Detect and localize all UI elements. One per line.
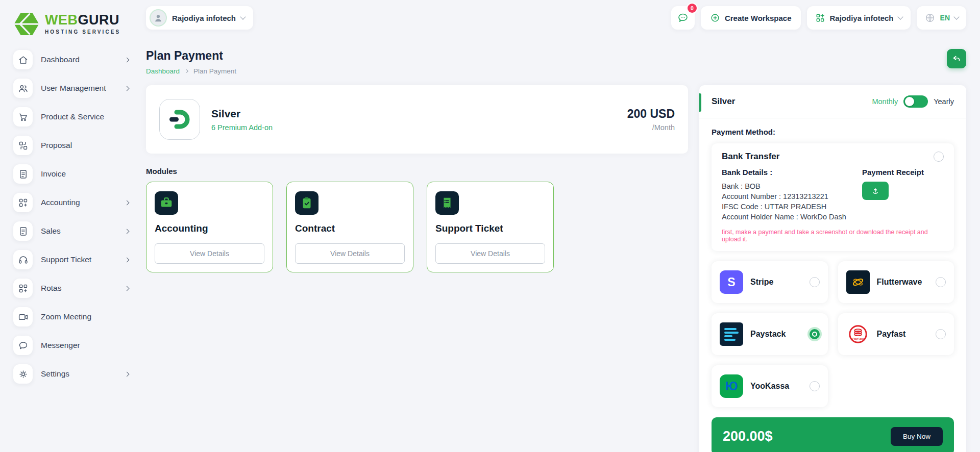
sidebar-item-rotas[interactable]: Rotas (13, 277, 132, 300)
workspace-selector[interactable]: Rajodiya infotech (146, 6, 253, 30)
sidebar-item-sales[interactable]: Sales (13, 219, 132, 243)
brand-name-guru: GURU (78, 12, 120, 28)
provider-tile-stripe[interactable]: S Stripe (712, 261, 828, 303)
sidebar-item-settings[interactable]: Settings (13, 362, 132, 386)
create-workspace-button[interactable]: Create Workspace (701, 6, 801, 30)
topbar: Rajodiya infotech 0 Create Workspace Raj… (146, 6, 966, 30)
view-details-button[interactable]: View Details (295, 243, 405, 264)
chevron-down-icon (897, 14, 903, 19)
sidebar-item-label: Rotas (41, 284, 125, 293)
sidebar-item-label: Invoice (41, 169, 132, 179)
billing-toggle-group: Monthly Yearly (872, 95, 954, 108)
headset-icon (13, 250, 33, 269)
workspace-grid-icon (815, 13, 825, 23)
sidebar-item-label: User Management (41, 84, 125, 93)
sidebar-item-label: Sales (41, 227, 125, 236)
sidebar-item-accounting[interactable]: Accounting (13, 191, 132, 214)
brand-name-web: WEB (45, 12, 78, 28)
bank-name-line: Bank : BOB (722, 181, 862, 191)
chevron-right-icon (125, 229, 130, 234)
paystack-radio[interactable] (810, 329, 820, 339)
upload-icon (871, 186, 880, 195)
sidebar-item-label: Dashboard (41, 55, 125, 64)
total-price: 200.00$ (723, 429, 773, 444)
payment-method-heading: Payment Method: (712, 128, 954, 136)
yearly-label: Yearly (934, 97, 954, 106)
chat-bubble-icon (677, 12, 689, 24)
stripe-radio[interactable] (810, 277, 820, 287)
chevron-right-icon (125, 57, 130, 62)
sidebar-item-label: Messenger (41, 341, 132, 350)
bank-transfer-note: first, make a payment and take a screens… (722, 229, 944, 243)
chevron-right-icon (125, 286, 130, 291)
payment-panel: Silver Monthly Yearly Payment Method: Ba… (699, 85, 966, 452)
document-icon (13, 164, 33, 184)
module-name: Accounting (155, 223, 264, 234)
view-details-button[interactable]: View Details (435, 243, 545, 264)
messages-button[interactable]: 0 (671, 6, 695, 30)
provider-name: Payfast (877, 330, 906, 339)
provider-tile-yookassa[interactable]: Ю YooKassa (712, 365, 828, 407)
ifsc-code-line: IFSC Code : UTTAR PRADESH (722, 202, 862, 212)
company-selector[interactable]: Rajodiya infotech (807, 6, 911, 30)
back-button[interactable] (947, 49, 966, 68)
users-icon (13, 79, 33, 98)
toggle-knob (905, 97, 914, 106)
provider-tiles: S Stripe Flutterwave (712, 261, 954, 407)
breadcrumb-dashboard-link[interactable]: Dashboard (146, 67, 180, 75)
language-selector[interactable]: EN (917, 6, 966, 30)
module-card-support-ticket: Support Ticket View Details (427, 182, 554, 272)
sidebar-item-dashboard[interactable]: Dashboard (13, 48, 132, 71)
flutterwave-radio[interactable] (936, 277, 946, 287)
breadcrumb-current: Plan Payment (193, 67, 236, 75)
brand-name: WEBGURU (45, 13, 120, 27)
provider-name: Paystack (750, 330, 786, 339)
bank-details-heading: Bank Details : (722, 168, 862, 177)
sidebar-item-proposal[interactable]: Proposal (13, 134, 132, 157)
sidebar-item-label: Zoom Meeting (41, 312, 132, 321)
premium-addon-link[interactable]: 6 Premium Add-on (211, 123, 273, 132)
messages-badge: 0 (688, 4, 697, 13)
module-card-contract: Contract View Details (286, 182, 413, 272)
chevron-right-icon (125, 371, 130, 376)
provider-tile-payfast[interactable]: PayFast Payfast (838, 313, 954, 355)
divider (699, 118, 966, 118)
provider-name: YooKassa (750, 382, 789, 391)
page-title: Plan Payment (146, 49, 236, 63)
provider-tile-flutterwave[interactable]: Flutterwave (838, 261, 954, 303)
sidebar-nav: Dashboard User Management Product & Serv… (13, 48, 142, 386)
language-code: EN (940, 14, 950, 22)
sidebar-item-zoom-meeting[interactable]: Zoom Meeting (13, 305, 132, 329)
flutterwave-logo-icon (846, 270, 870, 294)
main-area: Rajodiya infotech 0 Create Workspace Raj… (142, 0, 980, 452)
bank-transfer-title: Bank Transfer (722, 152, 779, 162)
plus-circle-icon (710, 13, 720, 23)
page-header: Plan Payment Dashboard Plan Payment (146, 49, 966, 75)
sidebar-item-invoice[interactable]: Invoice (13, 162, 132, 186)
video-camera-icon (13, 307, 33, 327)
provider-tile-paystack[interactable]: Paystack (712, 313, 828, 355)
buy-now-button[interactable]: Buy Now (891, 427, 943, 446)
sidebar-item-user-management[interactable]: User Management (13, 77, 132, 100)
payfast-logo-icon: PayFast (846, 322, 870, 346)
yookassa-radio[interactable] (810, 381, 820, 391)
sidebar: WEBGURU HOSTING SERVICES Dashboard User … (0, 0, 142, 452)
yookassa-logo-icon: Ю (720, 374, 743, 398)
chevron-down-icon (240, 14, 246, 19)
bank-transfer-card: Bank Transfer Bank Details : Bank : BOB … (712, 143, 954, 251)
sidebar-item-product-service[interactable]: Product & Service (13, 105, 132, 129)
sidebar-item-messenger[interactable]: Messenger (13, 334, 132, 357)
bank-transfer-radio[interactable] (934, 152, 944, 162)
view-details-button[interactable]: View Details (155, 243, 264, 264)
avatar (150, 9, 167, 27)
payfast-radio[interactable] (936, 329, 946, 339)
module-card-accounting: Accounting View Details (146, 182, 273, 272)
plan-logo-icon (159, 99, 200, 140)
billing-period-toggle[interactable] (903, 95, 928, 108)
account-number-line: Account Number : 12313213221 (722, 191, 862, 202)
sidebar-item-label: Support Ticket (41, 255, 125, 264)
modules-heading: Modules (146, 167, 688, 175)
upload-receipt-button[interactable] (862, 182, 889, 200)
svg-text:PayFast: PayFast (852, 337, 864, 340)
sidebar-item-support-ticket[interactable]: Support Ticket (13, 248, 132, 271)
